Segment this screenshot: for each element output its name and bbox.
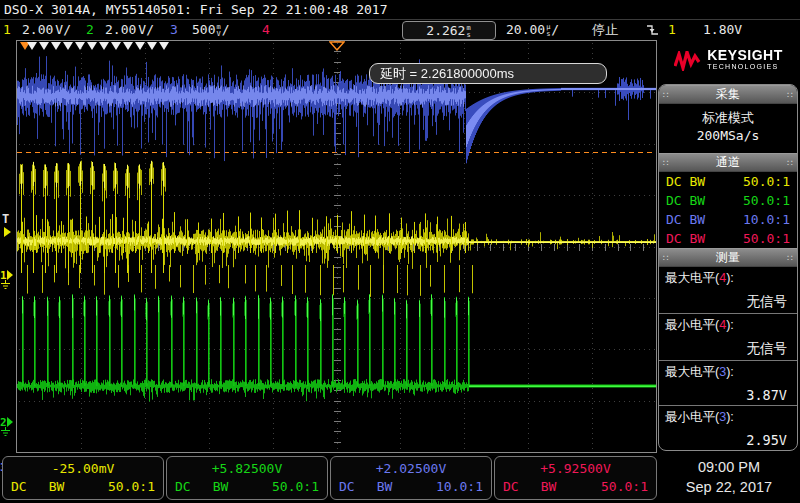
measurement-item[interactable]: 最小电平(3): 2.95V xyxy=(659,406,797,450)
ch2-status-box[interactable]: +5.82500V DCBW50.0:1 xyxy=(166,456,328,500)
trigger-source[interactable]: 1 xyxy=(668,21,676,38)
measurement-item[interactable]: 最大电平(4): 无信号 xyxy=(659,267,797,314)
ch4-settings-row[interactable]: DC BW50.0:1 xyxy=(659,229,797,248)
sample-rate: 200MSa/s xyxy=(659,127,797,145)
section-header-acquisition[interactable]: ∷ 采集 ∷ xyxy=(659,85,797,104)
status-bar: 1 2.00V/ 2 2.00V/ 3 500mV/ 4 2.262ms 20.… xyxy=(0,20,800,40)
bottom-bar: -25.00mV DCBW50.0:1 +5.82500V DCBW50.0:1… xyxy=(0,453,800,503)
section-header-measure[interactable]: ∷ 测量 ∷ xyxy=(659,248,797,267)
brand-name: KEYSIGHT xyxy=(707,49,783,61)
measurements: 最大电平(4): 无信号 最小电平(4): 无信号 最大电平(3): 3.87V… xyxy=(659,267,797,450)
grip-icon[interactable]: ∷ xyxy=(787,90,793,100)
ch4-offset: +5.92500V xyxy=(495,457,656,478)
sidebar: KEYSIGHT TECHNOLOGIES ∷ 采集 ∷ 标准模式 200MSa… xyxy=(658,40,799,453)
ch2-offset: +5.82500V xyxy=(167,457,327,478)
acquisition-info: 标准模式 200MSa/s xyxy=(659,104,797,153)
ground-icon xyxy=(0,280,11,290)
ch3-settings-row[interactable]: DC BW10.0:1 xyxy=(659,210,797,229)
event-marker-icon xyxy=(159,42,169,50)
ch3-offset: +2.02500V xyxy=(331,457,491,478)
brand-sub: TECHNOLOGIES xyxy=(707,61,783,73)
event-marker-icon xyxy=(147,42,157,50)
oscilloscope-screen: DSO-X 3014A, MY55140501: Fri Sep 22 21:0… xyxy=(0,0,800,503)
clock-date: Sep 22, 2017 xyxy=(660,477,798,497)
waveform-display[interactable]: 延时 = 2.261800000ms xyxy=(16,40,657,453)
event-marker-icon xyxy=(111,42,121,50)
horizontal-position-box[interactable]: 2.262ms xyxy=(402,21,496,40)
ch2-scale[interactable]: 2.00V/ xyxy=(105,21,154,38)
grip-icon[interactable]: ∷ xyxy=(787,158,793,168)
ch2-number[interactable]: 2 xyxy=(86,21,94,38)
event-marker-icon xyxy=(51,42,61,50)
section-header-channels[interactable]: ∷ 通道 ∷ xyxy=(659,153,797,172)
ch4-number[interactable]: 4 xyxy=(262,21,270,38)
ch4-status-box[interactable]: +5.92500V DCBW50.0:1 xyxy=(494,456,657,500)
event-marker-icon xyxy=(99,42,109,50)
measurement-item[interactable]: 最大电平(3): 3.87V xyxy=(659,361,797,406)
measurement-item[interactable]: 最小电平(4): 无信号 xyxy=(659,314,797,361)
event-marker-icon xyxy=(39,42,49,50)
ch1-settings-row[interactable]: DC BW50.0:1 xyxy=(659,172,797,191)
timebase-setting[interactable]: 20.00µs/ xyxy=(506,21,559,38)
trigger-position-marker-icon[interactable] xyxy=(329,41,345,51)
ground-icon xyxy=(0,427,11,437)
trigger-time-label: T xyxy=(2,212,9,226)
acquisition-mode: 标准模式 xyxy=(659,109,797,127)
ch3-status-box[interactable]: +2.02500V DCBW10.0:1 xyxy=(330,456,492,500)
event-marker-icon xyxy=(75,42,85,50)
event-marker-icon xyxy=(27,42,37,50)
grip-icon[interactable]: ∷ xyxy=(787,253,793,263)
brand-logo: KEYSIGHT TECHNOLOGIES xyxy=(658,40,799,82)
event-marker-icon xyxy=(135,42,145,50)
ch1-offset: -25.00mV xyxy=(3,457,163,478)
ch1-status-box[interactable]: -25.00mV DCBW50.0:1 xyxy=(2,456,164,500)
sidebar-panel: ∷ 采集 ∷ 标准模式 200MSa/s ∷ 通道 ∷ DC BW50.0:1 … xyxy=(658,84,798,451)
ch3-number[interactable]: 3 xyxy=(170,21,178,38)
ch2-settings-row[interactable]: DC BW50.0:1 xyxy=(659,191,797,210)
event-marker-icon xyxy=(123,42,133,50)
trigger-level[interactable]: 1.80V xyxy=(703,21,742,38)
event-marker-icon xyxy=(87,42,97,50)
delay-annotation[interactable]: 延时 = 2.261800000ms xyxy=(369,63,607,84)
ch2-ground-marker[interactable]: 2 xyxy=(0,417,13,437)
run-state[interactable]: 停止 xyxy=(592,21,618,38)
trigger-slope-icon[interactable] xyxy=(646,23,659,40)
clock-time: 09:00 PM xyxy=(660,457,798,477)
ch1-number[interactable]: 1 xyxy=(3,21,11,38)
left-marker-gutter: T 1 2 3 xyxy=(0,40,16,453)
clock: 09:00 PM Sep 22, 2017 xyxy=(660,457,798,497)
ch1-scale[interactable]: 2.00V/ xyxy=(22,21,71,38)
waveform-canvas[interactable] xyxy=(17,41,656,452)
keysight-wave-icon xyxy=(674,51,702,71)
event-marker-icon xyxy=(63,42,73,50)
ch3-scale[interactable]: 500mV/ xyxy=(192,21,230,38)
ch1-ground-marker[interactable]: 1 xyxy=(0,270,13,290)
trigger-level-marker[interactable] xyxy=(4,227,11,237)
instrument-title: DSO-X 3014A, MY55140501: Fri Sep 22 21:0… xyxy=(0,0,800,20)
